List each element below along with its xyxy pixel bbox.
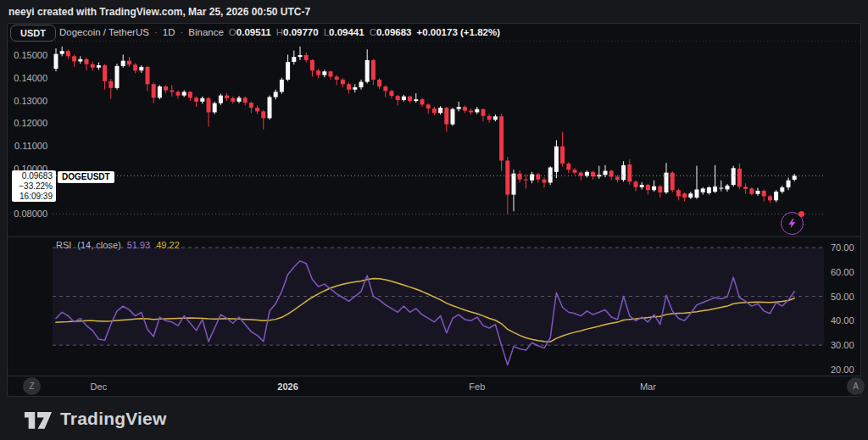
price-axis-label: 0.11000: [12, 141, 47, 151]
bar-countdown: 16:09:39: [15, 192, 53, 202]
price-axis-label: 0.08000: [12, 209, 47, 219]
rsi-axis-label: 70.00: [831, 242, 854, 253]
change-percent-value: −33.22%: [15, 181, 53, 192]
tradingview-logo-icon[interactable]: [24, 407, 53, 430]
footer-bar: TradingView: [0, 397, 868, 440]
tradingview-brand-text[interactable]: TradingView: [60, 409, 167, 429]
time-axis-label: Dec: [91, 382, 108, 392]
notification-dot: [798, 211, 804, 217]
rsi-params: (14, close): [77, 240, 120, 250]
exchange-label: Binance: [188, 27, 224, 37]
separator-dot: ·: [154, 27, 158, 37]
rsi-name[interactable]: RSI: [56, 240, 71, 250]
rsi-ma-value: 49.22: [156, 240, 180, 250]
scroll-right-button[interactable]: A: [847, 377, 865, 395]
price-axis-label: 0.13000: [12, 96, 47, 106]
chart-widget: [7, 23, 861, 397]
current-price-value: 0.09683: [15, 171, 53, 181]
rsi-axis-label: 40.00: [831, 315, 854, 326]
rsi-indicator-title[interactable]: RSI (14, close) 51.93 49.22: [56, 240, 180, 250]
price-axis-label: 0.12000: [12, 118, 47, 128]
lightning-bolt-icon: [786, 217, 798, 230]
rsi-axis-label: 30.00: [831, 340, 854, 350]
change-value: +0.00173 (+1.82%): [417, 27, 500, 37]
rsi-axis-label: 60.00: [831, 267, 854, 277]
attribution-text: neeyi created with TradingView.com, Mar …: [8, 0, 310, 23]
symbol-title[interactable]: Dogecoin / TetherUS: [59, 27, 149, 37]
ohlc-low: L0.09441: [324, 27, 364, 37]
ohlc-open: O0.09511: [229, 27, 271, 37]
time-axis-label: Feb: [469, 382, 485, 392]
time-axis-label: 2026: [277, 382, 298, 392]
rsi-value: 51.93: [127, 240, 151, 250]
price-axis-label: 0.15000: [12, 50, 47, 60]
price-axis-label: 0.14000: [12, 73, 47, 83]
scroll-left-button[interactable]: Z: [23, 377, 41, 395]
rsi-axis-label: 20.00: [831, 365, 854, 375]
symbol-price-line-label: DOGEUSDT: [58, 171, 114, 183]
ohlc-close: C0.09683: [370, 27, 412, 37]
lightning-button[interactable]: [781, 212, 804, 235]
ohlc-high: H0.09770: [276, 27, 319, 37]
symbol-info-bar[interactable]: Dogecoin / TetherUS · 1D · Binance O0.09…: [59, 24, 500, 41]
rsi-axis-label: 50.00: [831, 292, 854, 302]
currency-button[interactable]: USDT: [10, 25, 56, 42]
time-axis-label: Mar: [640, 382, 656, 392]
current-price-label: 0.09683 −33.22% 16:09:39: [12, 170, 56, 202]
interval-label: 1D: [163, 27, 175, 37]
separator-dot: ·: [180, 27, 183, 37]
